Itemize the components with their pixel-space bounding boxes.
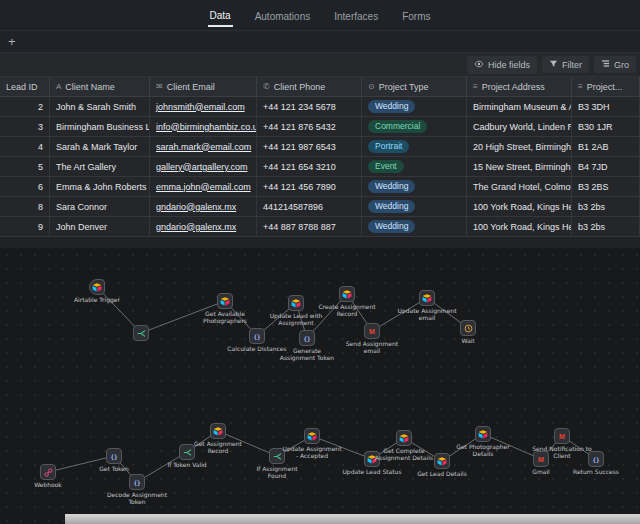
group-button[interactable]: Gro [594,56,636,73]
workflow-node-update-lead-with-assignment[interactable] [288,295,304,311]
cell-client-name[interactable]: Sarah & Mark Taylor [50,137,150,156]
cell-client-phone[interactable]: +44 887 8788 887 [257,217,362,236]
column-header-lead-id[interactable]: Lead ID [0,77,50,96]
long-text-field-icon: ≡ [578,82,583,91]
workflow-node-gmail[interactable]: M [533,451,549,467]
cell-project-postcode[interactable]: B1 2AB [572,137,640,156]
workflow-node-calculate-distances[interactable]: {} [249,328,265,344]
email-link[interactable]: emma.john@email.com [156,182,251,192]
cell-project-postcode[interactable]: B3 2BS [572,177,640,196]
cell-lead-id[interactable]: 4 [0,137,50,156]
cell-project-address[interactable]: Birmingham Museum & Ar... [467,97,572,116]
cell-client-name[interactable]: Sara Connor [50,197,150,216]
cell-client-phone[interactable]: +44 121 987 6543 [257,137,362,156]
cell-client-email[interactable]: gndario@galenx.mx [150,217,257,236]
workflow-node-update-lead-status[interactable] [364,451,380,467]
cell-client-phone[interactable]: 441214587896 [257,197,362,216]
workflow-node-get-token[interactable]: {} [106,448,122,464]
cell-project-address[interactable]: Cadbury World, Linden Roa... [467,117,572,136]
cell-lead-id[interactable]: 2 [0,97,50,116]
workflow-node-branch[interactable] [133,325,149,341]
cell-client-email[interactable]: johnsmith@email.com [150,97,257,116]
airtable-icon [478,430,488,439]
column-header-project-address[interactable]: ≡Project Address [467,77,572,96]
nav-tab-automations[interactable]: Automations [253,4,313,27]
cell-project-address[interactable]: 100 York Road, Kings Heat... [467,197,572,216]
cell-lead-id[interactable]: 3 [0,117,50,136]
workflow-node-send-notification-to-client[interactable]: M [554,428,570,444]
workflow-node-if-token-valid[interactable] [179,444,195,460]
cell-client-phone[interactable]: +44 121 456 7890 [257,177,362,196]
cell-client-phone[interactable]: +44 121 234 5678 [257,97,362,116]
workflow-node-if-assignment-found[interactable] [269,448,285,464]
cell-project-type[interactable]: Event [362,157,467,176]
column-header-project-type[interactable]: ⊙Project Type [362,77,467,96]
cell-project-type[interactable]: Wedding [362,177,467,196]
cell-lead-id[interactable]: 6 [0,177,50,196]
cell-project-postcode[interactable]: B30 1JR [572,117,640,136]
workflow-node-update-assignment-accepted[interactable] [304,428,320,444]
cell-client-phone[interactable]: +44 121 654 3210 [257,157,362,176]
add-table-button[interactable]: + [8,35,16,48]
cell-client-email[interactable]: sarah.mark@email.com [150,137,257,156]
email-link[interactable]: sarah.mark@email.com [156,142,251,152]
workflow-node-get-photographer-details[interactable] [475,426,491,442]
cell-project-type[interactable]: Commercial [362,117,467,136]
cell-project-postcode[interactable]: b3 2bs [572,197,640,216]
workflow-node-generate-assignment-token[interactable]: {} [299,330,315,346]
workflow-node-get-complete-assignment-details[interactable] [396,430,412,446]
filter-button[interactable]: Filter [542,56,589,73]
workflow-node-send-assignment-email[interactable]: M [364,323,380,339]
nav-tab-interfaces[interactable]: Interfaces [332,4,380,27]
cell-client-name[interactable]: The Art Gallery [50,157,150,176]
cell-client-name[interactable]: Birmingham Business Ltd [50,117,150,136]
nav-tab-data[interactable]: Data [208,4,233,27]
email-link[interactable]: johnsmith@email.com [156,102,245,112]
column-header-client-name[interactable]: AClient Name [50,77,150,96]
email-link[interactable]: gndario@galenx.mx [156,222,236,232]
workflow-node-decode-assignment-token[interactable]: {} [129,474,145,490]
nav-tab-forms[interactable]: Forms [400,4,432,27]
workflow-node-wait[interactable] [460,320,476,336]
workflow-node-get-assignment-record[interactable] [210,423,226,439]
cell-project-postcode[interactable]: B4 7JD [572,157,640,176]
column-header-client-phone[interactable]: ✆Client Phone [257,77,362,96]
cell-project-postcode[interactable]: b3 2bs [572,217,640,236]
cell-client-name[interactable]: John & Sarah Smith [50,97,150,116]
workflow-node-create-assignment-record[interactable] [339,286,355,302]
cell-lead-id[interactable]: 9 [0,217,50,236]
workflow-node-get-lead-details[interactable] [434,453,450,469]
workflow-node-return-success[interactable]: {} [588,451,604,467]
hide-fields-button[interactable]: Hide fields [467,56,537,74]
cell-project-type[interactable]: Wedding [362,197,467,216]
cell-client-email[interactable]: info@birminghambiz.co.uk [150,117,257,136]
cell-project-postcode[interactable]: B3 3DH [572,97,640,116]
project-type-badge: Wedding [368,220,415,233]
email-link[interactable]: gndario@galenx.mx [156,202,236,212]
email-link[interactable]: gallery@artgallery.com [156,162,248,172]
cell-lead-id[interactable]: 5 [0,157,50,176]
column-header-project[interactable]: ≡Project... [572,77,640,96]
workflow-node-webhook[interactable] [40,464,56,480]
workflow-node-update-assignment-email[interactable] [419,290,435,306]
cell-client-phone[interactable]: +44 121 876 5432 [257,117,362,136]
cell-project-address[interactable]: The Grand Hotel, Colmore ... [467,177,572,196]
email-link[interactable]: info@birminghambiz.co.uk [156,122,257,132]
workflow-canvas[interactable]: Airtable TriggerGet Available Photograph… [0,248,640,524]
cell-client-name[interactable]: John Denver [50,217,150,236]
cell-project-address[interactable]: 20 High Street, Birmingha... [467,137,572,156]
cell-client-email[interactable]: gallery@artgallery.com [150,157,257,176]
workflow-node-get-available-photographers[interactable] [217,293,233,309]
cell-project-type[interactable]: Wedding [362,217,467,236]
cell-client-name[interactable]: Emma & John Roberts [50,177,150,196]
workflow-node-airtable-trigger[interactable] [89,279,105,295]
cell-client-email[interactable]: gndario@galenx.mx [150,197,257,216]
cell-project-type[interactable]: Wedding [362,97,467,116]
text-field-icon: A [56,82,61,91]
cell-project-type[interactable]: Portrait [362,137,467,156]
cell-client-email[interactable]: emma.john@email.com [150,177,257,196]
cell-lead-id[interactable]: 8 [0,197,50,216]
column-header-client-email[interactable]: ✉Client Email [150,77,257,96]
cell-project-address[interactable]: 15 New Street, Birmingham... [467,157,572,176]
cell-project-address[interactable]: 100 York Road, Kings Heat... [467,217,572,236]
